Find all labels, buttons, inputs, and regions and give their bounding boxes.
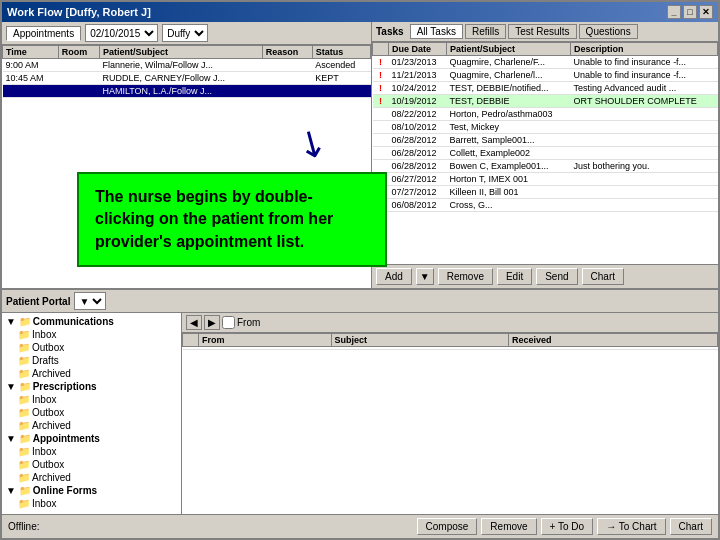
appt-status: KEPT (312, 72, 370, 85)
all-tasks-tab[interactable]: All Tasks (410, 24, 463, 39)
minimize-button[interactable]: _ (667, 5, 681, 19)
tree-icon: 📁 (18, 342, 30, 353)
tree-item[interactable]: 📁 Inbox (4, 445, 179, 458)
task-flag: ! (373, 69, 389, 82)
tree-item[interactable]: ▼ 📁 Appointments (4, 432, 179, 445)
tree-item[interactable]: 📁 Archived (4, 367, 179, 380)
col-due-date: Due Date (389, 43, 447, 56)
remove-button[interactable]: Remove (481, 518, 536, 535)
refills-tab[interactable]: Refills (465, 24, 506, 39)
table-row[interactable]: 9:00 AM Flannerie, Wilma/Follow J... Asc… (3, 59, 371, 72)
tree-label: Drafts (32, 355, 59, 366)
chart-button[interactable]: Chart (670, 518, 712, 535)
task-desc: Unable to find insurance -f... (571, 69, 718, 82)
tree-label: Appointments (33, 433, 100, 444)
table-row[interactable]: 06/08/2012 Cross, G... (373, 199, 718, 212)
to-do-button[interactable]: + To Do (541, 518, 594, 535)
task-due-date: 07/27/2012 (389, 186, 447, 199)
table-row[interactable]: 06/27/2012 Horton T, IMEX 001 (373, 173, 718, 186)
table-row[interactable]: 08/10/2012 Test, Mickey (373, 121, 718, 134)
filter-checkbox[interactable] (222, 316, 235, 329)
title-bar: Work Flow [Duffy, Robert J] _ □ ✕ (2, 2, 718, 22)
task-flag (373, 134, 389, 147)
table-row[interactable]: 07/27/2012 Killeen II, Bill 001 (373, 186, 718, 199)
tree-item[interactable]: ▼ 📁 Prescriptions (4, 380, 179, 393)
tasks-action-bar: Add ▼ Remove Edit Send Chart (372, 264, 718, 288)
tree-item[interactable]: 📁 Inbox (4, 393, 179, 406)
tree-item[interactable]: 📁 Archived (4, 419, 179, 432)
provider-select[interactable]: Duffy (162, 24, 208, 42)
close-button[interactable]: ✕ (699, 5, 713, 19)
tree-item[interactable]: ▼ 📁 Communications (4, 315, 179, 328)
appt-room (58, 85, 99, 98)
tree-icon: ▼ 📁 (6, 316, 31, 327)
tree-label: Online Forms (33, 485, 97, 496)
overlay-text: The nurse begins by double-clicking on t… (95, 188, 333, 250)
message-panel: ◀ ▶ From From Subject Received (182, 313, 718, 514)
send-task-button[interactable]: Send (536, 268, 577, 285)
tree-label: Archived (32, 368, 71, 379)
add-dropdown-button[interactable]: ▼ (416, 268, 434, 285)
tree-label: Outbox (32, 342, 64, 353)
tree-item[interactable]: 📁 Drafts (4, 354, 179, 367)
maximize-button[interactable]: □ (683, 5, 697, 19)
tree-item[interactable]: ▼ 📁 Online Forms (4, 484, 179, 497)
tree-item[interactable]: 📁 Inbox (4, 497, 179, 510)
tree-icon: 📁 (18, 446, 30, 457)
tree-icon: 📁 (18, 498, 30, 509)
remove-task-button[interactable]: Remove (438, 268, 493, 285)
tree-icon: ▼ 📁 (6, 433, 31, 444)
message-toolbar: ◀ ▶ From (182, 313, 718, 333)
table-row[interactable]: ! 10/24/2012 TEST, DEBBIE/notified... Te… (373, 82, 718, 95)
task-due-date: 06/28/2012 (389, 134, 447, 147)
chart-task-button[interactable]: Chart (582, 268, 624, 285)
tasks-panel: Tasks All Tasks Refills Test Results Que… (372, 22, 718, 288)
table-row[interactable]: ! 11/21/2013 Quagmire, Charlene/l... Una… (373, 69, 718, 82)
task-desc (571, 147, 718, 160)
table-row[interactable]: 06/28/2012 Bowen C, Example001... Just b… (373, 160, 718, 173)
table-row[interactable]: HAMILTON, L.A./Follow J... (3, 85, 371, 98)
table-row[interactable]: 10:45 AM RUDDLE, CARNEY/Follow J... KEPT (3, 72, 371, 85)
tree-item[interactable]: 📁 Inbox (4, 328, 179, 341)
task-due-date: 10/24/2012 (389, 82, 447, 95)
test-results-tab[interactable]: Test Results (508, 24, 576, 39)
task-patient: Quagmire, Charlene/l... (447, 69, 571, 82)
compose-button[interactable]: Compose (417, 518, 478, 535)
task-desc: Just bothering you. (571, 160, 718, 173)
task-patient: Test, Mickey (447, 121, 571, 134)
task-patient: Horton, Pedro/asthma003 (447, 108, 571, 121)
tree-item[interactable]: 📁 Archived (4, 471, 179, 484)
table-row[interactable]: ! 10/19/2012 TEST, DEBBIE ORT SHOULDER C… (373, 95, 718, 108)
main-window: Work Flow [Duffy, Robert J] _ □ ✕ Appoin… (0, 0, 720, 540)
tree-item[interactable]: 📁 Outbox (4, 406, 179, 419)
appointments-table: Time Room Patient/Subject Reason Status … (2, 45, 371, 98)
nav-back-button[interactable]: ◀ (186, 315, 202, 330)
add-task-button[interactable]: Add (376, 268, 412, 285)
tree-item[interactable]: 📁 Outbox (4, 458, 179, 471)
portal-select[interactable]: ▼ (74, 292, 106, 310)
appt-status: Ascended (312, 59, 370, 72)
tree-label: Outbox (32, 407, 64, 418)
date-select[interactable]: 02/10/2015 (85, 24, 158, 42)
task-patient: Barrett, Sample001... (447, 134, 571, 147)
window-title: Work Flow [Duffy, Robert J] (7, 6, 151, 18)
col-from: From (199, 334, 332, 347)
appt-time (3, 85, 59, 98)
to-chart-button[interactable]: → To Chart (597, 518, 665, 535)
appointments-tab[interactable]: Appointments (6, 26, 81, 41)
table-row[interactable]: 06/28/2012 Barrett, Sample001... (373, 134, 718, 147)
tree-label: Prescriptions (33, 381, 97, 392)
table-row[interactable]: 08/22/2012 Horton, Pedro/asthma003 (373, 108, 718, 121)
bottom-buttons-bar: Offline: Compose Remove + To Do → To Cha… (2, 514, 718, 538)
edit-task-button[interactable]: Edit (497, 268, 532, 285)
task-desc (571, 134, 718, 147)
tree-label: Communications (33, 316, 114, 327)
questions-tab[interactable]: Questions (579, 24, 638, 39)
table-row[interactable] (183, 347, 718, 350)
table-row[interactable]: 06/28/2012 Collett, Example002 (373, 147, 718, 160)
table-row[interactable]: ! 01/23/2013 Quagmire, Charlene/F... Una… (373, 56, 718, 69)
from-label: From (237, 317, 260, 328)
task-due-date: 06/28/2012 (389, 160, 447, 173)
tree-item[interactable]: 📁 Outbox (4, 341, 179, 354)
nav-forward-button[interactable]: ▶ (204, 315, 220, 330)
